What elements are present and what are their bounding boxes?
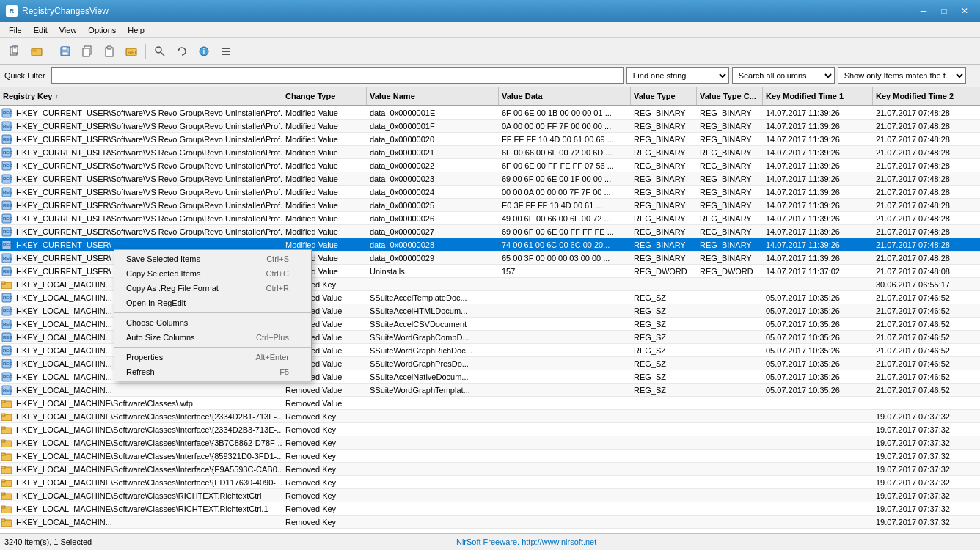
cell-value-name: SSuiteAccelTemplateDoc...: [367, 291, 499, 304]
ctx-choose-columns[interactable]: Choose Columns: [114, 315, 311, 330]
table-row[interactable]: REGHKEY_LOCAL_MACHIN...Removed ValueSSui…: [0, 384, 980, 397]
sort-arrow-registry-key: ↑: [55, 92, 59, 100]
toolbar-btn-save[interactable]: [55, 41, 76, 62]
minimize-button[interactable]: ─: [914, 4, 933, 18]
ctx-open-regedit[interactable]: Open In RegEdit: [114, 296, 311, 310]
cell-change-type: Removed Key: [282, 516, 367, 528]
ctx-save-selected[interactable]: Save Selected Items Ctrl+S: [114, 252, 311, 266]
cell-value-type: REG_SZ: [631, 318, 697, 330]
cell-key-mod2: 21.07.2017 07:46:52: [873, 344, 980, 356]
col-header-value-type[interactable]: Value Type: [631, 87, 697, 105]
toolbar-btn-copy[interactable]: [77, 41, 98, 62]
cell-value-type-c: REG_BINARY: [697, 146, 763, 158]
table-row[interactable]: REGHKEY_CURRENT_USER\Software\VS Revo Gr…: [0, 225, 980, 238]
col-header-value-type-c[interactable]: Value Type C...: [697, 87, 763, 105]
registry-icon: REG: [0, 187, 13, 197]
cell-value-type-c: [697, 304, 763, 317]
col-header-change-type[interactable]: Change Type: [282, 87, 367, 105]
cell-change-type: Removed Key: [282, 450, 367, 462]
search-columns-select[interactable]: Search all columns Registry Key: [732, 67, 835, 84]
table-row[interactable]: HKEY_LOCAL_MACHINE\Software\Classes\Inte…: [0, 463, 980, 476]
close-button[interactable]: ✕: [955, 4, 974, 18]
menu-help[interactable]: Help: [122, 24, 150, 36]
toolbar-btn-paste[interactable]: [99, 41, 120, 62]
quick-filter-input[interactable]: [51, 67, 624, 84]
toolbar-btn-extra[interactable]: [216, 41, 236, 62]
svg-rect-20: [222, 51, 230, 52]
find-mode-select[interactable]: Find one string Find all strings: [626, 67, 729, 84]
toolbar-btn-find[interactable]: [150, 41, 170, 62]
cell-value-data: [499, 291, 631, 304]
ctx-refresh[interactable]: Refresh F5: [114, 364, 311, 379]
svg-rect-71: [1, 427, 5, 429]
table-row[interactable]: HKEY_LOCAL_MACHINE\Software\Classes\.wtp…: [0, 397, 980, 410]
table-row[interactable]: REGHKEY_CURRENT_USER\Software\VS Revo Gr…: [0, 186, 980, 199]
cell-value-type-c: [697, 410, 763, 422]
table-row[interactable]: HKEY_LOCAL_MACHINE\Software\Classes\Inte…: [0, 410, 980, 423]
ctx-copy-reg[interactable]: Copy As .Reg File Format Ctrl+R: [114, 281, 311, 296]
cell-registry-key: HKEY_LOCAL_MACHINE\Software\Classes\Inte…: [13, 450, 282, 462]
col-header-key-mod1[interactable]: Key Modified Time 1: [763, 87, 873, 105]
table-row[interactable]: HKEY_LOCAL_MACHINE\Software\Classes\Inte…: [0, 450, 980, 463]
ctx-copy-selected[interactable]: Copy Selected Items Ctrl+C: [114, 266, 311, 281]
svg-rect-6: [62, 47, 67, 50]
cell-value-type: REG_BINARY: [631, 159, 697, 172]
table-row[interactable]: HKEY_LOCAL_MACHINE\Software\Classes\RICH…: [0, 489, 980, 502]
toolbar-btn-reg[interactable]: REG: [121, 41, 142, 62]
cell-value-type: REG_BINARY: [631, 106, 697, 119]
col-header-value-data[interactable]: Value Data: [499, 87, 631, 105]
cell-key-mod2: 21.07.2017 07:48:28: [873, 252, 980, 264]
cell-registry-key: HKEY_LOCAL_MACHIN...: [13, 516, 282, 528]
cell-key-mod2: 19.07.2017 07:37:32: [873, 502, 980, 515]
toolbar-btn-refresh[interactable]: [172, 41, 192, 62]
table-row[interactable]: REGHKEY_CURRENT_USER\Software\VS Revo Gr…: [0, 159, 980, 172]
menu-options[interactable]: Options: [82, 24, 122, 36]
menu-file[interactable]: File: [3, 24, 28, 36]
svg-text:REG: REG: [3, 164, 12, 168]
table-row[interactable]: REGHKEY_CURRENT_USER\Software\VS Revo Gr…: [0, 106, 980, 120]
ctx-auto-size[interactable]: Auto Size Columns Ctrl+Plus: [114, 330, 311, 345]
cell-value-type-c: [697, 291, 763, 304]
cell-value-type: REG_BINARY: [631, 252, 697, 264]
col-header-key-mod2[interactable]: Key Modified Time 2: [873, 87, 980, 105]
cell-value-name: SSuiteWordGraphRichDoc...: [367, 344, 499, 356]
menu-edit[interactable]: Edit: [28, 24, 54, 36]
cell-change-type: Modified Value: [282, 172, 367, 185]
col-header-value-name[interactable]: Value Name: [367, 87, 499, 105]
table-row[interactable]: REGHKEY_CURRENT_USER\Software\VS Revo Gr…: [0, 120, 980, 133]
restore-button[interactable]: □: [935, 4, 954, 18]
table-row[interactable]: REGHKEY_CURRENT_USER\Software\VS Revo Gr…: [0, 146, 980, 159]
toolbar-btn-new[interactable]: [4, 41, 25, 62]
cell-value-type-c: REG_BINARY: [697, 133, 763, 145]
cell-value-name: data_0x00000027: [367, 225, 499, 238]
table-row[interactable]: HKEY_LOCAL_MACHINE\Software\Classes\RICH…: [0, 502, 980, 516]
cell-value-name: SSuiteWordGraphTemplat...: [367, 384, 499, 396]
cell-registry-key: HKEY_CURRENT_USER\Software\VS Revo Group…: [13, 159, 282, 172]
quick-filter-bar: Quick Filter Find one string Find all st…: [0, 65, 980, 87]
table-row[interactable]: REGHKEY_CURRENT_USER\Software\VS Revo Gr…: [0, 199, 980, 212]
table-row[interactable]: HKEY_LOCAL_MACHIN...Removed Key19.07.201…: [0, 516, 980, 529]
col-header-registry-key[interactable]: Registry Key ↑: [0, 87, 282, 105]
folder-icon: [0, 452, 13, 461]
cell-key-mod2: 21.07.2017 07:48:08: [873, 265, 980, 277]
filter-mode-select[interactable]: Show only Items match the f Show all ite…: [838, 67, 966, 84]
cell-value-type-c: [697, 331, 763, 343]
svg-text:REG: REG: [3, 111, 12, 115]
cell-value-data: 6F 00 6E 00 FF FE FF 07 56 ...: [499, 159, 631, 172]
toolbar-btn-about[interactable]: i: [194, 41, 214, 62]
table-row[interactable]: REGHKEY_CURRENT_USER\Software\VS Revo Gr…: [0, 212, 980, 225]
menu-view[interactable]: View: [54, 24, 83, 36]
svg-rect-7: [62, 52, 68, 55]
table-row[interactable]: HKEY_LOCAL_MACHINE\Software\Classes\Inte…: [0, 476, 980, 489]
cell-registry-key: HKEY_CURRENT_USER\Software\VS Revo Group…: [13, 146, 282, 158]
svg-point-14: [156, 47, 161, 53]
table-row[interactable]: HKEY_LOCAL_MACHINE\Software\Classes\Inte…: [0, 423, 980, 436]
cell-change-type: Modified Value: [282, 159, 367, 172]
status-link[interactable]: NirSoft Freeware. http://www.nirsoft.net: [456, 538, 596, 546]
table-row[interactable]: HKEY_LOCAL_MACHINE\Software\Classes\Inte…: [0, 436, 980, 450]
toolbar-btn-open[interactable]: [26, 41, 47, 62]
table-row[interactable]: REGHKEY_CURRENT_USER\Software\VS Revo Gr…: [0, 133, 980, 146]
table-row[interactable]: REGHKEY_CURRENT_USER\Software\VS Revo Gr…: [0, 172, 980, 186]
ctx-properties[interactable]: Properties Alt+Enter: [114, 350, 311, 364]
cell-key-mod1: 14.07.2017 11:39:26: [763, 225, 873, 238]
